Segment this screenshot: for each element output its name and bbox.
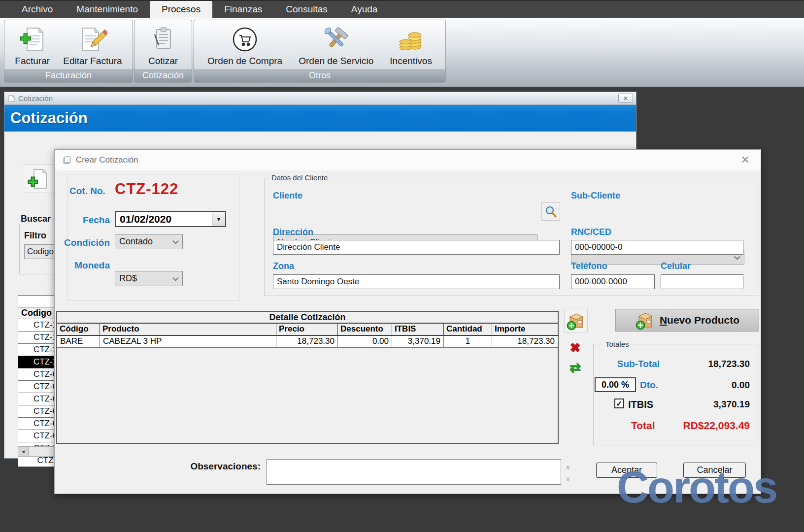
tools-icon: [321, 24, 351, 55]
observaciones-textarea[interactable]: [267, 459, 561, 485]
descuento-percent-field[interactable]: 0.00 %: [595, 377, 636, 392]
cell-descuento: 0.00: [338, 336, 392, 348]
chevron-down-icon: [172, 237, 179, 244]
datos-cliente-legend: Datos del Cliente: [269, 173, 330, 182]
filtro-combo[interactable]: Codigo: [24, 244, 57, 259]
new-document-icon: [27, 167, 49, 190]
incentivos-button[interactable]: Incentivos: [387, 23, 435, 67]
detalle-title: Detalle Cotización: [57, 312, 558, 324]
col-precio[interactable]: Precio: [276, 324, 338, 336]
package-add-icon: [635, 310, 655, 330]
dialog-close-icon[interactable]: ✕: [738, 154, 753, 166]
window-title: Cotización: [18, 94, 615, 102]
menu-finanzas[interactable]: Finanzas: [212, 1, 274, 18]
editar-factura-button[interactable]: Editar Factura: [60, 23, 125, 67]
cliente-label: Cliente: [273, 191, 302, 201]
group-label-facturacion: Facturación: [4, 69, 133, 82]
telefono-field[interactable]: 000-000-0000: [571, 274, 655, 289]
fecha-label: Fecha: [69, 215, 110, 226]
list-horizontal-scrollbar[interactable]: ◄: [18, 446, 59, 457]
cart-icon: [230, 24, 260, 55]
quote-icon: [151, 24, 175, 55]
moneda-combo[interactable]: RD$: [115, 271, 183, 286]
edit-invoice-icon: [78, 24, 107, 55]
ribbon: Facturar Editar Factura: [0, 18, 804, 87]
search-icon: [544, 205, 557, 218]
add-product-button[interactable]: [564, 309, 588, 332]
buscar-cliente-button[interactable]: [541, 202, 560, 221]
itbis-checkbox[interactable]: [614, 399, 624, 408]
cell-importe: 18,723.30: [492, 336, 558, 348]
celular-field[interactable]: [661, 274, 743, 289]
dto-value: 0.00: [671, 380, 750, 391]
scroll-down-icon[interactable]: ∨: [566, 476, 570, 482]
ribbon-group-cotizacion: Cotizar Cotización: [134, 20, 192, 83]
observaciones-label: Observaciones:: [177, 461, 261, 472]
menu-archivo[interactable]: Archivo: [10, 1, 65, 18]
refresh-icon[interactable]: ⇄: [567, 359, 583, 376]
itbis-value: 3,370.19: [671, 399, 750, 410]
facturar-button[interactable]: Facturar: [12, 23, 53, 67]
col-cantidad[interactable]: Cantidad: [444, 324, 492, 336]
cotizar-button[interactable]: Cotizar: [145, 23, 181, 67]
coins-icon: [397, 24, 425, 55]
condicion-combo[interactable]: Contado: [115, 234, 183, 249]
menu-ayuda[interactable]: Ayuda: [339, 1, 390, 18]
totales-legend: Totales: [603, 340, 632, 348]
detalle-table: Detalle Cotización Código Producto Preci…: [56, 311, 559, 444]
telefono-label: Teléfono: [571, 261, 607, 271]
direccion-label: Dirección: [273, 227, 313, 237]
corotos-watermark: Corotos: [617, 462, 776, 513]
menu-bar: Archivo Mantenimiento Procesos Finanzas …: [0, 0, 804, 18]
col-descuento[interactable]: Descuento: [338, 324, 392, 336]
condicion-label: Condición: [61, 237, 110, 248]
orden-compra-button[interactable]: Orden de Compra: [204, 23, 285, 67]
window-header-band: Cotización: [4, 105, 636, 132]
col-importe[interactable]: Importe: [492, 324, 558, 336]
dto-label: Dto.: [640, 380, 658, 391]
group-label-otros: Otros: [194, 69, 445, 82]
detalle-header-row: Código Producto Precio Descuento ITBIS C…: [57, 324, 558, 336]
ribbon-group-facturacion: Facturar Editar Factura: [4, 20, 133, 83]
nuevo-producto-button[interactable]: Nuevo Producto: [615, 309, 759, 332]
ribbon-group-otros: Orden de Compra Orden de S: [194, 20, 446, 83]
window-titlebar[interactable]: Cotización ✕: [4, 92, 636, 105]
detalle-data-row[interactable]: BARE CABEZAL 3 HP 18,723.30 0.00 3,370.1…: [57, 336, 558, 348]
subtotal-label: Sub-Total: [603, 359, 660, 369]
window-icon: [7, 95, 15, 102]
scroll-up-icon[interactable]: ∧: [566, 464, 570, 470]
fecha-value: 01/02/2020: [116, 213, 212, 225]
dialog-icon: [63, 156, 71, 165]
rnc-field[interactable]: 000-00000-0: [571, 240, 743, 255]
delete-row-icon[interactable]: ✖: [567, 339, 583, 355]
cell-cantidad: 1: [444, 336, 492, 348]
zona-field[interactable]: Santo Domingo Oeste: [273, 274, 560, 289]
zona-label: Zona: [273, 261, 294, 271]
fecha-dropdown-icon[interactable]: ▼: [212, 212, 225, 226]
menu-procesos[interactable]: Procesos: [150, 1, 212, 18]
filtro-label: Filtro: [24, 231, 46, 241]
desktop: { "menu": { "items": [ {"label": "Archiv…: [0, 0, 804, 532]
cell-precio: 18,723.30: [276, 336, 338, 348]
group-label-cotizacion: Cotización: [134, 69, 192, 82]
cell-itbis: 3,370.19: [392, 336, 444, 348]
new-quote-button[interactable]: [23, 165, 53, 193]
fecha-picker[interactable]: 01/02/2020 ▼: [115, 211, 226, 227]
window-close-button[interactable]: ✕: [618, 94, 633, 103]
scroll-left-icon[interactable]: ◄: [18, 447, 29, 456]
dialog-titlebar[interactable]: Crear Cotización ✕: [55, 150, 761, 170]
direccion-field[interactable]: Dirección Cliente: [273, 240, 560, 255]
menu-mantenimiento[interactable]: Mantenimiento: [65, 1, 150, 18]
moneda-label: Moneda: [61, 260, 110, 271]
chevron-down-icon: [172, 274, 179, 281]
buscar-label: Buscar: [19, 214, 52, 224]
subtotal-value: 18,723.30: [671, 359, 750, 369]
celular-label: Celular: [661, 261, 691, 271]
orden-servicio-button[interactable]: Orden de Servicio: [296, 23, 376, 67]
col-itbis[interactable]: ITBIS: [392, 324, 444, 336]
col-codigo[interactable]: Código: [57, 324, 100, 336]
window-header-title: Cotización: [10, 109, 88, 127]
col-producto[interactable]: Producto: [100, 324, 276, 336]
total-value: RD$22,093.49: [646, 420, 750, 432]
menu-consultas[interactable]: Consultas: [274, 1, 339, 18]
